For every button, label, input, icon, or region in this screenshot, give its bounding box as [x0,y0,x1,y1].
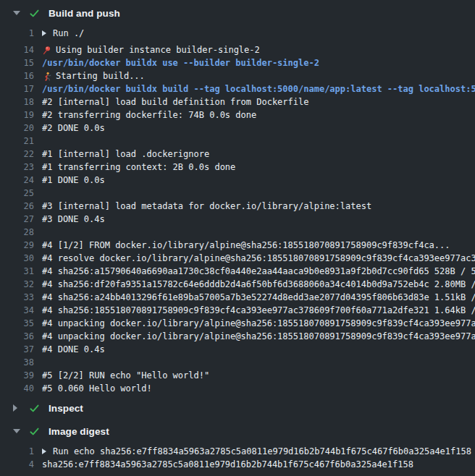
line-content: /usr/bin/docker buildx build --tag local… [42,82,475,95]
log-line: 34 #4 sha256:185518070891758909c9f839cf4… [0,304,475,317]
log-line: 21 [0,135,475,148]
log-line: 22 #1 [internal] load .dockerignore [0,148,475,161]
chevron-right-icon[interactable] [13,404,17,412]
line-number[interactable]: 34 [0,304,34,317]
line-text: #2 [internal] load build definition from… [42,95,308,109]
line-text: #4 unpacking docker.io/library/alpine@sh… [42,330,475,343]
line-number[interactable]: 36 [0,330,34,343]
log-line: 40 #5 0.060 Hello world! [0,382,475,395]
line-number[interactable]: 39 [0,369,34,382]
line-text: Run echo sha256:e7ff8834a5963a2785c5a081… [53,445,471,458]
line-content: #4 sha256:a15790640a6690aa1730c38cf0a440… [42,265,475,278]
line-content: #4 [1/2] FROM docker.io/library/alpine@s… [42,239,475,252]
line-text: Starting build... [56,69,145,82]
log-line: 37 #4 DONE 0.4s [0,343,475,356]
step-header-image-digest[interactable]: Image digest [0,420,475,443]
line-text: #1 transferring context: 2B 0.0s done [42,161,235,174]
log-line: 20 #2 DONE 0.0s [0,122,475,135]
log-line: 35 #4 unpacking docker.io/library/alpine… [0,317,475,330]
check-icon [29,403,40,414]
line-text: #5 [2/2] RUN echo "Hello world!" [42,369,209,382]
line-content: #4 sha256:df20fa9351a15782c64e6dddb2d4a6… [42,278,475,291]
log-line: 15 /usr/bin/docker buildx use --builder … [0,56,475,69]
line-number[interactable]: 20 [0,122,34,135]
expand-arrow-icon[interactable] [42,30,46,36]
line-number[interactable]: 26 [0,200,34,213]
line-text: #2 DONE 0.0s [42,122,105,135]
log-line: 29 #4 [1/2] FROM docker.io/library/alpin… [0,239,475,252]
line-content: #4 resolve docker.io/library/alpine@sha2… [42,252,475,265]
log-line: 18 #2 [internal] load build definition f… [0,95,475,109]
log-line: 39 #5 [2/2] RUN echo "Hello world!" [0,369,475,382]
line-text: /usr/bin/docker buildx use --builder bui… [42,56,319,69]
line-text: #4 DONE 0.4s [42,343,105,356]
line-text: #1 [internal] load .dockerignore [42,148,209,161]
log-line: 28 [0,226,475,239]
line-number[interactable]: 35 [0,317,34,330]
line-text: #4 resolve docker.io/library/alpine@sha2… [42,252,475,265]
line-text: Run ./ [53,27,84,40]
line-number[interactable]: 40 [0,382,34,395]
log-line: 26 #3 [internal] load metadata for docke… [0,200,475,213]
log-line: 36 #4 unpacking docker.io/library/alpine… [0,330,475,343]
job-step-section: Inspect [0,396,475,420]
line-text: Using builder instance builder-single-2 [56,43,260,56]
line-number[interactable]: 25 [0,187,34,200]
line-number[interactable]: 1 [0,27,34,40]
line-content: #1 DONE 0.0s [42,174,475,187]
line-number[interactable]: 1 [0,445,34,458]
log-line: 25 [0,187,475,200]
line-number[interactable]: 17 [0,82,34,95]
line-number[interactable]: 15 [0,56,34,69]
line-text: sha256:e7ff8834a5963a2785c5a0811e979d16b… [42,458,413,471]
line-text: /usr/bin/docker buildx build --tag local… [42,82,475,95]
line-number[interactable]: 38 [0,356,34,369]
line-content: #4 unpacking docker.io/library/alpine@sh… [42,330,475,343]
chevron-down-icon[interactable] [13,11,20,15]
line-number[interactable]: 19 [0,109,34,122]
line-number[interactable]: 24 [0,174,34,187]
line-text: #1 DONE 0.0s [42,174,105,187]
line-number[interactable]: 22 [0,148,34,161]
log-line: 38 [0,356,475,369]
line-number[interactable]: 18 [0,95,34,109]
step-header-inspect[interactable]: Inspect [0,396,475,420]
workflow-log: Build and push 1 Run ./ 14 Using builder… [0,0,475,472]
line-number[interactable]: 16 [0,69,34,82]
expand-arrow-icon[interactable] [42,449,46,454]
line-number[interactable]: 27 [0,213,34,226]
log-line: 1 Run echo sha256:e7ff8834a5963a2785c5a0… [0,445,475,458]
line-content [42,226,475,239]
log-line: 17 /usr/bin/docker buildx build --tag lo… [0,82,475,95]
line-content: #5 [2/2] RUN echo "Hello world!" [42,369,475,382]
log-line: 32 #4 sha256:df20fa9351a15782c64e6dddb2d… [0,278,475,291]
step-header-build-and-push[interactable]: Build and push [0,1,475,25]
line-number[interactable]: 37 [0,343,34,356]
job-step-section: Build and push 1 Run ./ 14 Using builder… [0,1,475,396]
line-number[interactable]: 28 [0,226,34,239]
line-content: #1 [internal] load .dockerignore [42,148,475,161]
line-content: /usr/bin/docker buildx use --builder bui… [42,56,475,69]
log-line: 23 #1 transferring context: 2B 0.0s done [0,161,475,174]
log-line: 31 #4 sha256:a15790640a6690aa1730c38cf0a… [0,265,475,278]
log-line: 14 Using builder instance builder-single… [0,43,475,56]
line-text: #4 sha256:a15790640a6690aa1730c38cf0a440… [42,265,475,278]
line-number[interactable]: 31 [0,265,34,278]
line-text: #5 0.060 Hello world! [42,382,152,395]
line-content: #4 sha256:a24bb4013296f61e89ba57005a7b3e… [42,291,475,304]
line-number[interactable]: 30 [0,252,34,265]
job-step-section: Image digest 1 Run echo sha256:e7ff8834a… [0,420,475,472]
line-number[interactable]: 32 [0,278,34,291]
line-content: #4 unpacking docker.io/library/alpine@sh… [42,317,475,330]
line-number[interactable]: 4 [0,458,34,471]
line-number[interactable]: 21 [0,135,34,148]
line-content: #4 sha256:185518070891758909c9f839cf4ca3… [42,304,475,317]
chevron-down-icon[interactable] [13,429,20,433]
line-number[interactable]: 33 [0,291,34,304]
log-line: 4 sha256:e7ff8834a5963a2785c5a0811e979d1… [0,458,475,471]
line-content: #2 DONE 0.0s [42,122,475,135]
line-number[interactable]: 14 [0,43,34,56]
line-content: Run echo sha256:e7ff8834a5963a2785c5a081… [42,445,475,458]
line-number[interactable]: 23 [0,161,34,174]
line-number[interactable]: 29 [0,239,34,252]
